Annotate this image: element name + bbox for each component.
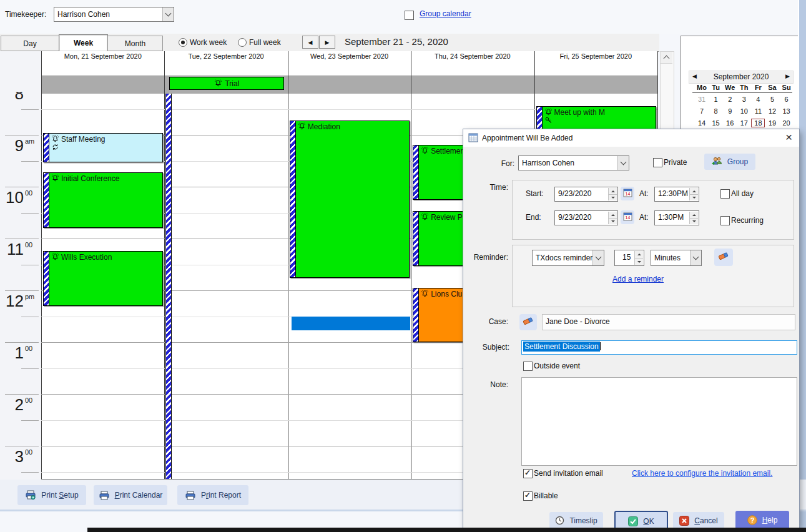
next-week-button[interactable]: ▶	[319, 36, 335, 49]
radio-label: Full week	[249, 38, 281, 47]
start-date-spinner[interactable]	[608, 188, 617, 200]
previous-week-button[interactable]: ◀	[302, 36, 318, 49]
mini-day-cell[interactable]: 31	[695, 96, 709, 103]
end-time-spinner[interactable]	[689, 212, 698, 224]
reminder-value-field[interactable]: 15	[614, 250, 644, 266]
calendar-event[interactable]: Wills Execution	[43, 251, 163, 306]
start-time-field[interactable]: 12:30PM	[654, 187, 699, 202]
mini-day-cell[interactable]: 15	[709, 119, 723, 127]
private-checkbox[interactable]	[653, 158, 662, 167]
mini-day-cell[interactable]: 3	[737, 96, 751, 103]
case-label: Case:	[473, 317, 508, 326]
busy-stripe	[290, 121, 296, 277]
day-header[interactable]: Tue, 22 September 2020	[164, 52, 287, 62]
mini-day-cell[interactable]: 1	[709, 96, 723, 103]
mini-day-cell[interactable]: 7	[695, 107, 709, 115]
start-date-field[interactable]: 9/23/2020	[554, 187, 618, 202]
day-header[interactable]: Mon, 21 September 2020	[41, 52, 164, 62]
recurring-checkbox[interactable]	[720, 216, 730, 225]
day-header[interactable]: Thu, 24 September 2020	[411, 52, 534, 62]
tab-month[interactable]: Month	[107, 36, 163, 51]
cancel-button[interactable]: Cancel	[673, 512, 724, 529]
selected-time-slot[interactable]	[292, 317, 410, 330]
mini-day-cell[interactable]: 13	[780, 107, 794, 115]
mini-day-cell[interactable]: 16	[723, 119, 737, 127]
mini-month-title: September 2020	[689, 72, 793, 81]
close-icon[interactable]: ×	[785, 131, 792, 144]
mini-day-header: Fr	[751, 84, 765, 91]
group-button[interactable]: Group	[704, 154, 755, 170]
reminder-type-value: TXdocs reminder	[533, 254, 592, 262]
mini-next-icon[interactable]: ▶	[785, 73, 790, 79]
billable-checkbox[interactable]	[523, 491, 533, 501]
mini-day-cell[interactable]: 18	[751, 119, 765, 127]
calendar-event[interactable]: Mediation	[290, 121, 410, 278]
timeslip-button[interactable]: Timeslip	[549, 512, 603, 529]
all-day-band[interactable]	[41, 76, 657, 95]
timekeeper-select[interactable]: Harrison Cohen	[54, 7, 174, 22]
clear-case-button[interactable]	[519, 314, 537, 330]
mini-day-cell[interactable]: 4	[751, 96, 765, 103]
tab-week[interactable]: Week	[59, 34, 108, 52]
mini-day-cell[interactable]: 17	[737, 119, 751, 127]
mini-day-cell[interactable]: 9	[723, 107, 737, 115]
tab-day[interactable]: Day	[1, 36, 59, 51]
mini-day-cell[interactable]: 12	[765, 107, 779, 115]
subject-input[interactable]: Settlement Discussion	[521, 340, 797, 355]
end-time-field[interactable]: 1:30PM	[654, 210, 699, 225]
chevron-down-icon[interactable]	[592, 250, 604, 265]
send-invitation-checkbox[interactable]	[523, 469, 533, 478]
subject-selected-text: Settlement Discussion	[523, 342, 600, 352]
busy-stripe	[413, 212, 419, 265]
outside-event-label: Outside event	[534, 362, 580, 370]
mini-day-cell[interactable]: 19	[765, 119, 779, 127]
reminder-type-select[interactable]: TXdocs reminder	[532, 250, 604, 266]
reminder-unit-select[interactable]: Minutes	[651, 250, 702, 266]
end-date-picker-button[interactable]: 14	[621, 210, 634, 224]
radio-full-week[interactable]	[238, 38, 247, 47]
group-calendar-checkbox[interactable]	[405, 11, 414, 20]
scroll-up-button[interactable]	[661, 52, 672, 64]
print-button-print-calendar[interactable]: Print Calendar	[94, 485, 167, 505]
note-textarea[interactable]	[521, 377, 797, 466]
outside-event-checkbox[interactable]	[523, 362, 533, 371]
mini-day-cell[interactable]: 14	[695, 119, 709, 127]
mini-day-cell[interactable]: 8	[709, 107, 723, 115]
calendar-event[interactable]: Staff Meeting	[43, 133, 163, 162]
mini-day-cell[interactable]: 2	[723, 96, 737, 103]
mini-header-underline	[692, 92, 792, 93]
clear-reminder-button[interactable]	[714, 249, 733, 266]
day-header[interactable]: Wed, 23 September 2020	[288, 52, 411, 62]
reminder-bell-icon	[421, 290, 429, 300]
reminder-spinner[interactable]	[634, 251, 643, 265]
start-date-picker-button[interactable]: 14	[621, 187, 634, 200]
top-bar: Timekeeper: Harrison Cohen Group calenda…	[0, 0, 806, 34]
start-time-spinner[interactable]	[689, 188, 698, 200]
mini-day-cell[interactable]: 6	[780, 96, 794, 103]
chevron-down-icon[interactable]	[162, 7, 174, 21]
calendar-event[interactable]: Initial Conference	[43, 172, 163, 228]
configure-invitation-link[interactable]: Click here to configure the invitation e…	[632, 469, 772, 478]
chevron-down-icon[interactable]	[690, 250, 701, 265]
all-day-checkbox[interactable]	[720, 189, 730, 199]
radio-work-week[interactable]	[179, 38, 187, 47]
add-reminder-link[interactable]: Add a reminder	[563, 275, 713, 283]
mini-day-cell[interactable]: 11	[751, 107, 765, 115]
mini-day-cell[interactable]: 5	[765, 96, 779, 103]
print-button-print-setup[interactable]: Print Setup	[17, 485, 86, 505]
end-date-field[interactable]: 9/23/2020	[554, 210, 618, 225]
day-header[interactable]: Fri, 25 September 2020	[534, 52, 657, 62]
help-button[interactable]: ?Help	[735, 511, 789, 530]
for-value: Harrison Cohen	[519, 159, 617, 167]
mini-day-cell[interactable]: 10	[737, 107, 751, 115]
case-field[interactable]: Jane Doe - Divorce	[542, 314, 795, 330]
mini-day-header: We	[723, 84, 737, 91]
print-button-print-report[interactable]: Print Report	[177, 485, 248, 505]
group-calendar-link[interactable]: Group calendar	[420, 9, 471, 18]
all-day-event[interactable]: Trial	[169, 77, 284, 90]
for-select[interactable]: Harrison Cohen	[518, 155, 629, 170]
chevron-down-icon[interactable]	[617, 156, 629, 170]
dialog-title-bar[interactable]: Appointment Will Be Added ×	[463, 129, 799, 147]
end-date-spinner[interactable]	[608, 212, 617, 224]
mini-day-cell[interactable]: 20	[780, 119, 794, 127]
